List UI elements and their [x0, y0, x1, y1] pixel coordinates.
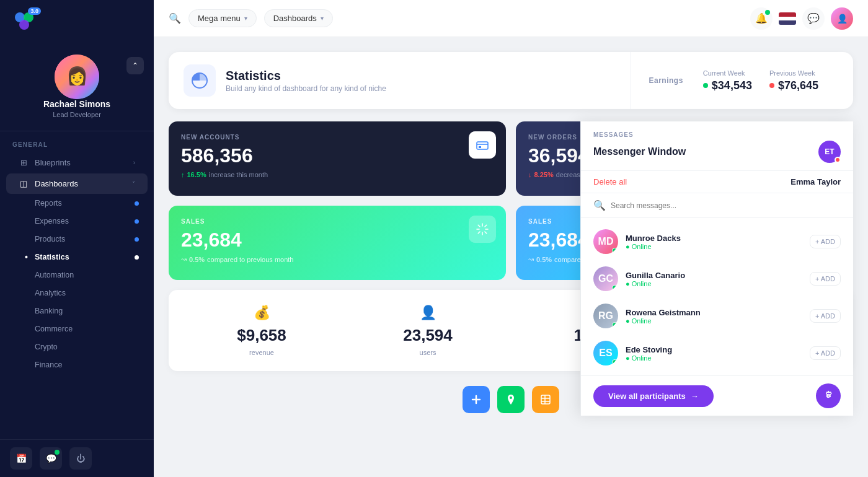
users-label: users: [420, 349, 436, 356]
current-week-value: $34,543: [703, 79, 752, 92]
contact-name-rowena: Rowena Geistmann: [626, 308, 802, 317]
content-area: Statistics Build any kind of dashboard f…: [154, 37, 868, 477]
products-label: Products: [35, 235, 65, 243]
messenger-panel: MESSAGES Messenger Window ET Delete all …: [580, 121, 853, 416]
stats-header-right: Earnings Current Week $34,543 Previous W…: [631, 52, 853, 109]
new-accounts-value: 586,356: [181, 144, 494, 167]
sidebar-item-statistics[interactable]: Statistics: [6, 248, 148, 266]
sidebar-item-finance[interactable]: Finance: [6, 356, 148, 374]
page-title: Statistics: [226, 69, 386, 83]
add-action-button[interactable]: [463, 386, 490, 413]
sidebar-item-products[interactable]: Products: [6, 230, 148, 248]
messages-online-dot: [55, 450, 60, 455]
sidebar-item-commerce[interactable]: Commerce: [6, 320, 148, 338]
dashboards-menu-button[interactable]: Dashboards ▾: [264, 9, 333, 27]
contact-status-gunilla: ● Online: [626, 280, 802, 287]
topbar: 🔍 Mega menu ▾ Dashboards ▾ 🔔 💬 👤: [154, 0, 868, 37]
contact-add-button-munroe[interactable]: + ADD: [810, 235, 841, 248]
dashboards-menu-chevron: ▾: [321, 15, 324, 22]
current-week-dot: [703, 83, 708, 88]
notification-badge: [765, 10, 770, 15]
contact-avatar-munroe: MD: [593, 229, 618, 254]
messenger-footer: View all participants →: [581, 375, 853, 416]
sidebar-item-analytics[interactable]: Analytics: [6, 284, 148, 302]
messenger-header: MESSAGES Messenger Window ET: [581, 121, 853, 171]
section-label: GENERAL: [0, 131, 154, 152]
page-subtitle: Build any kind of dashboard for any kind…: [226, 84, 386, 93]
current-user-label: Emma Taylor: [790, 177, 841, 186]
users-icon: 👤: [420, 305, 436, 321]
search-icon: 🔍: [169, 12, 181, 24]
sidebar-item-crypto[interactable]: Crypto: [6, 338, 148, 356]
power-icon-btn[interactable]: ⏻: [69, 447, 92, 470]
blueprints-chevron: ›: [133, 159, 135, 166]
blueprints-icon: ⊞: [19, 158, 29, 167]
expenses-dot: [135, 219, 139, 224]
messenger-status-dot: [835, 157, 841, 163]
delete-all-button[interactable]: Delete all: [593, 177, 627, 186]
online-indicator-ede: [612, 359, 618, 365]
search-messages-input[interactable]: [611, 201, 841, 210]
sidebar-item-dashboards[interactable]: ◫ Dashboards ˅: [6, 173, 148, 194]
expenses-label: Expenses: [35, 217, 69, 225]
analytics-label: Analytics: [35, 289, 66, 297]
svg-text:👩: 👩: [66, 66, 88, 86]
products-dot: [135, 237, 139, 242]
table-action-button[interactable]: [532, 386, 559, 413]
topbar-avatar[interactable]: 👤: [831, 7, 853, 30]
sidebar-item-automation[interactable]: Automation: [6, 266, 148, 284]
main-content: 🔍 Mega menu ▾ Dashboards ▾ 🔔 💬 👤: [154, 0, 868, 477]
view-all-participants-button[interactable]: View all participants →: [593, 385, 714, 407]
messenger-title-row: Messenger Window ET: [593, 141, 841, 163]
profile-toggle-button[interactable]: ⌃: [126, 57, 144, 74]
messages-icon-btn[interactable]: 💬: [40, 447, 62, 470]
new-accounts-label: NEW ACCOUNTS: [181, 134, 494, 141]
messenger-user-avatar[interactable]: ET: [818, 141, 841, 163]
messenger-search-area: 🔍: [581, 193, 853, 218]
sales-green-icon: [469, 216, 496, 243]
revenue-label: revenue: [249, 349, 274, 356]
app-logo: 3.0: [12, 10, 37, 35]
logo-area: 3.0: [0, 0, 154, 45]
messenger-title: Messenger Window: [593, 146, 686, 157]
search-trigger[interactable]: 🔍: [169, 12, 181, 24]
stats-header-left: Statistics Build any kind of dashboard f…: [169, 52, 631, 109]
contact-info-munroe: Munroe Dacks ● Online: [626, 234, 802, 250]
contact-item-ede[interactable]: ES Ede Stoving ● Online + ADD: [581, 335, 853, 372]
settings-button[interactable]: [816, 383, 841, 408]
calendar-icon-btn[interactable]: 📅: [10, 447, 32, 470]
online-indicator-gunilla: [612, 285, 618, 291]
sidebar-item-blueprints[interactable]: ⊞ Blueprints ›: [6, 152, 148, 173]
online-indicator-munroe: [612, 248, 618, 253]
location-action-button[interactable]: [497, 386, 525, 413]
metric-users: 👤 23,594 users: [350, 305, 506, 356]
contact-add-button-gunilla[interactable]: + ADD: [810, 272, 841, 286]
revenue-value: $9,658: [237, 326, 286, 345]
notification-button[interactable]: 🔔: [750, 7, 773, 30]
chat-button[interactable]: 💬: [802, 7, 825, 30]
mega-menu-button[interactable]: Mega menu ▾: [188, 9, 257, 27]
contact-item-gunilla[interactable]: GC Gunilla Canario ● Online + ADD: [581, 260, 853, 297]
svg-rect-6: [477, 142, 488, 149]
contact-add-button-ede[interactable]: + ADD: [810, 346, 841, 360]
blueprints-label: Blueprints: [35, 158, 71, 167]
contact-item-munroe[interactable]: MD Munroe Dacks ● Online + ADD: [581, 223, 853, 260]
contact-item-rowena[interactable]: RG Rowena Geistmann ● Online + ADD: [581, 297, 853, 335]
main-grid: NEW ACCOUNTS 586,356 ↑ 16.5% increase th…: [169, 121, 853, 416]
stats-header-card: Statistics Build any kind of dashboard f…: [169, 52, 853, 109]
search-messages-icon: 🔍: [593, 199, 606, 211]
contact-add-button-rowena[interactable]: + ADD: [810, 309, 841, 323]
contact-name-ede: Ede Stoving: [626, 345, 802, 354]
language-selector[interactable]: [779, 12, 796, 25]
contact-status-ede: ● Online: [626, 354, 802, 362]
previous-week-value: $76,645: [769, 79, 818, 92]
messenger-actions: Delete all Emma Taylor: [581, 171, 853, 193]
avatar: 👩: [55, 55, 99, 99]
sidebar-item-banking[interactable]: Banking: [6, 302, 148, 320]
contact-status-rowena: ● Online: [626, 317, 802, 325]
previous-week-dot: [769, 83, 774, 88]
sidebar-nav: GENERAL ⊞ Blueprints › ◫ Dashboards ˅ Re…: [0, 131, 154, 439]
sidebar-item-expenses[interactable]: Expenses: [6, 212, 148, 230]
contact-name-munroe: Munroe Dacks: [626, 234, 802, 243]
sidebar-item-reports[interactable]: Reports: [6, 195, 148, 212]
